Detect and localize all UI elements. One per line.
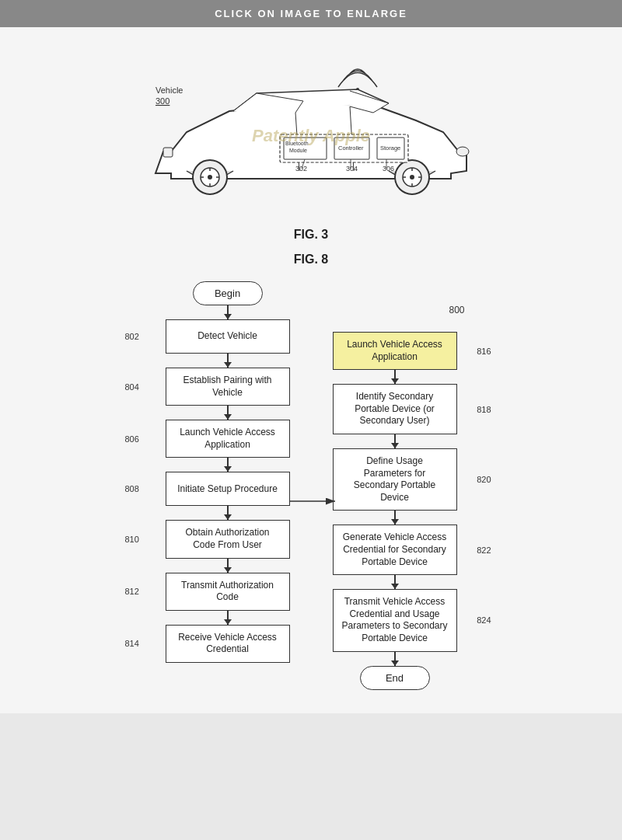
node-814: 814 Receive Vehicle Access Credential xyxy=(166,625,290,663)
right-column: Launch Vehicle Access Application 816 Id… xyxy=(333,281,457,690)
svg-rect-21 xyxy=(163,148,173,157)
box-802: Detect Vehicle xyxy=(166,319,290,354)
box-816: Launch Vehicle Access Application xyxy=(333,332,457,370)
car-illustration: Patently Apple Vehicle 300 xyxy=(109,51,513,221)
arrow-822 xyxy=(394,575,396,589)
box-806: Launch Vehicle Access Application xyxy=(166,420,290,458)
car-svg: Vehicle 300 xyxy=(109,51,513,221)
left-column: Begin 802 Detect Vehicle xyxy=(166,281,290,663)
svg-point-15 xyxy=(410,175,414,180)
label-818: 818 xyxy=(477,405,491,414)
arrow-810 xyxy=(227,559,229,573)
fig8-wrapper: 800 Begin xyxy=(31,270,591,690)
begin-node: Begin xyxy=(193,281,263,319)
arrow-816 xyxy=(394,370,396,384)
node-810: 810 Obtain Authorization Code From User xyxy=(166,520,290,572)
node-802: 802 Detect Vehicle xyxy=(166,319,290,368)
svg-text:Module: Module xyxy=(289,148,307,153)
node-818: Identify Secondary Portable Device (or S… xyxy=(333,384,457,448)
label-808: 808 xyxy=(125,484,139,493)
box-804: Establish Pairing with Vehicle xyxy=(166,368,290,406)
label-824: 824 xyxy=(477,615,491,625)
arrow-804 xyxy=(227,406,229,420)
vehicle-num: 300 xyxy=(156,96,169,106)
arrow-818 xyxy=(394,434,396,448)
box-812: Transmit Authorization Code xyxy=(166,573,290,611)
end-node: End xyxy=(360,666,430,690)
svg-point-8 xyxy=(208,175,212,180)
svg-text:306: 306 xyxy=(383,165,394,173)
fig8-num: 800 xyxy=(449,305,464,315)
top-bar-label: CLICK ON IMAGE TO ENLARGE xyxy=(215,8,407,19)
fig8-label: FIG. 8 xyxy=(31,253,591,267)
top-bar: CLICK ON IMAGE TO ENLARGE xyxy=(0,0,622,27)
box-824: Transmit Vehicle Access Credential and U… xyxy=(333,589,457,651)
arrow-820 xyxy=(394,511,396,525)
node-822: Generate Vehicle Access Credential for S… xyxy=(333,525,457,589)
label-812: 812 xyxy=(125,587,139,596)
svg-text:304: 304 xyxy=(346,165,358,173)
label-802: 802 xyxy=(125,332,139,341)
box-818: Identify Secondary Portable Device (or S… xyxy=(333,384,457,434)
label-806: 806 xyxy=(125,434,139,444)
fig3-area: Patently Apple Vehicle 300 xyxy=(31,43,591,245)
label-816: 816 xyxy=(477,347,491,356)
svg-text:Bluetooth: Bluetooth xyxy=(285,141,309,146)
fig8-area: FIG. 8 800 Begin xyxy=(31,253,591,690)
label-810: 810 xyxy=(125,535,139,544)
label-814: 814 xyxy=(125,639,139,648)
box-814: Receive Vehicle Access Credential xyxy=(166,625,290,663)
svg-point-20 xyxy=(456,147,469,156)
node-816: Launch Vehicle Access Application 816 xyxy=(333,332,457,384)
node-820: Define Usage Parameters for Secondary Po… xyxy=(333,448,457,525)
node-804: 804 Establish Pairing with Vehicle xyxy=(166,368,290,420)
node-812: 812 Transmit Authorization Code xyxy=(166,573,290,625)
end-capsule: End xyxy=(360,666,430,690)
arrow-806 xyxy=(227,458,229,472)
label-820: 820 xyxy=(477,475,491,484)
node-806: 806 Launch Vehicle Access Application xyxy=(166,420,290,472)
svg-text:302: 302 xyxy=(295,165,307,173)
fig3-label: FIG. 3 xyxy=(294,228,328,242)
arrow-begin xyxy=(227,305,229,319)
node-824: Transmit Vehicle Access Credential and U… xyxy=(333,589,457,665)
label-822: 822 xyxy=(477,545,491,555)
box-822: Generate Vehicle Access Credential for S… xyxy=(333,525,457,575)
svg-text:Controller: Controller xyxy=(338,145,364,152)
arrow-824 xyxy=(394,652,396,666)
arrow-812 xyxy=(227,611,229,625)
box-808: Initiate Setup Procedure xyxy=(166,472,290,506)
begin-capsule: Begin xyxy=(193,281,263,305)
vehicle-label: Vehicle xyxy=(156,85,183,95)
box-820: Define Usage Parameters for Secondary Po… xyxy=(333,448,457,511)
arrow-808 xyxy=(227,506,229,520)
svg-text:Storage: Storage xyxy=(380,145,400,152)
main-content: Patently Apple Vehicle 300 xyxy=(0,27,622,713)
label-804: 804 xyxy=(125,382,139,392)
node-808: 808 Initiate Setup Procedure xyxy=(166,472,290,520)
box-810: Obtain Authorization Code From User xyxy=(166,520,290,558)
arrow-802 xyxy=(227,354,229,368)
